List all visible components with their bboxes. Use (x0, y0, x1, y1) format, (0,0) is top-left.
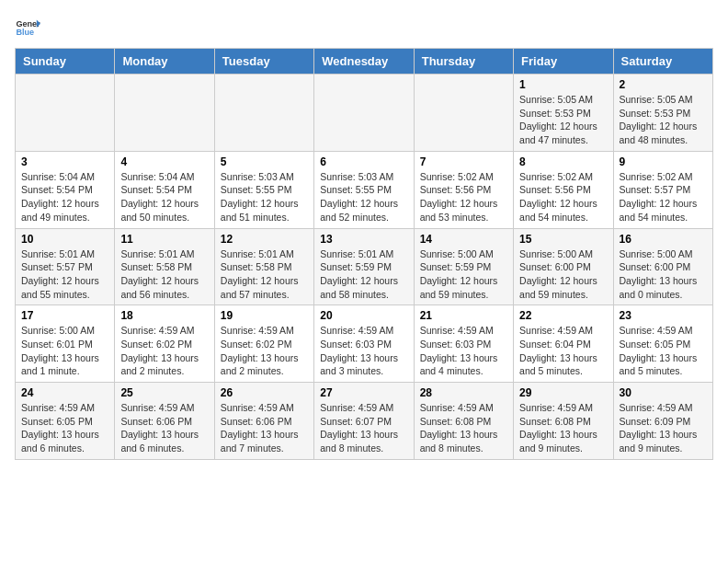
calendar-cell: 26Sunrise: 4:59 AM Sunset: 6:06 PM Dayli… (214, 383, 313, 460)
day-info: Sunrise: 4:59 AM Sunset: 6:05 PM Dayligh… (21, 401, 108, 455)
day-info: Sunrise: 5:00 AM Sunset: 5:59 PM Dayligh… (420, 247, 507, 302)
day-number: 16 (620, 233, 707, 246)
day-number: 22 (519, 309, 607, 322)
day-number: 15 (519, 233, 607, 246)
day-number: 11 (120, 233, 208, 246)
calendar-cell: 14Sunrise: 5:00 AM Sunset: 5:59 PM Dayli… (414, 228, 513, 305)
calendar-cell: 20Sunrise: 4:59 AM Sunset: 6:03 PM Dayli… (314, 305, 414, 383)
day-info: Sunrise: 5:01 AM Sunset: 5:57 PM Dayligh… (21, 247, 108, 302)
weekday-header-sunday: Sunday (16, 49, 115, 75)
calendar-cell: 15Sunrise: 5:00 AM Sunset: 6:00 PM Dayli… (514, 228, 613, 305)
day-number: 1 (519, 78, 607, 91)
day-number: 6 (320, 155, 407, 168)
day-number: 9 (620, 155, 707, 168)
day-info: Sunrise: 5:02 AM Sunset: 5:57 PM Dayligh… (620, 170, 707, 224)
calendar-week-5: 24Sunrise: 4:59 AM Sunset: 6:05 PM Dayli… (16, 383, 713, 460)
day-info: Sunrise: 5:03 AM Sunset: 5:55 PM Dayligh… (320, 170, 407, 224)
day-info: Sunrise: 5:00 AM Sunset: 6:00 PM Dayligh… (620, 247, 707, 302)
calendar-cell: 13Sunrise: 5:01 AM Sunset: 5:59 PM Dayli… (314, 228, 414, 305)
calendar-cell: 23Sunrise: 4:59 AM Sunset: 6:05 PM Dayli… (613, 305, 712, 383)
day-info: Sunrise: 4:59 AM Sunset: 6:06 PM Dayligh… (120, 401, 208, 455)
calendar-cell (214, 75, 313, 152)
day-number: 12 (221, 233, 308, 246)
weekday-header-tuesday: Tuesday (214, 49, 313, 75)
calendar-cell: 7Sunrise: 5:02 AM Sunset: 5:56 PM Daylig… (414, 151, 513, 228)
svg-text:Blue: Blue (16, 28, 34, 37)
calendar-cell (115, 75, 214, 152)
calendar-cell: 17Sunrise: 5:00 AM Sunset: 6:01 PM Dayli… (16, 305, 115, 383)
day-number: 8 (519, 155, 607, 168)
calendar-cell: 28Sunrise: 4:59 AM Sunset: 6:08 PM Dayli… (414, 383, 513, 460)
day-info: Sunrise: 4:59 AM Sunset: 6:09 PM Dayligh… (620, 401, 707, 455)
day-number: 20 (320, 309, 407, 322)
day-number: 13 (320, 233, 407, 246)
day-number: 5 (221, 155, 308, 168)
calendar-cell: 1Sunrise: 5:05 AM Sunset: 5:53 PM Daylig… (514, 75, 613, 152)
calendar-table: SundayMondayTuesdayWednesdayThursdayFrid… (15, 48, 713, 460)
day-number: 21 (420, 309, 507, 322)
day-info: Sunrise: 5:03 AM Sunset: 5:55 PM Dayligh… (221, 170, 308, 224)
day-info: Sunrise: 5:05 AM Sunset: 5:53 PM Dayligh… (620, 93, 707, 147)
day-number: 25 (120, 386, 208, 399)
day-number: 2 (620, 78, 707, 91)
logo: General Blue (15, 15, 40, 40)
day-info: Sunrise: 5:01 AM Sunset: 5:59 PM Dayligh… (320, 247, 407, 302)
calendar-cell (314, 75, 414, 152)
day-info: Sunrise: 4:59 AM Sunset: 6:04 PM Dayligh… (519, 324, 607, 378)
day-number: 17 (21, 309, 108, 322)
calendar-week-1: 1Sunrise: 5:05 AM Sunset: 5:53 PM Daylig… (16, 75, 713, 152)
day-info: Sunrise: 4:59 AM Sunset: 6:08 PM Dayligh… (519, 401, 607, 455)
calendar-cell: 9Sunrise: 5:02 AM Sunset: 5:57 PM Daylig… (613, 151, 712, 228)
calendar-cell (414, 75, 513, 152)
calendar-header-row: SundayMondayTuesdayWednesdayThursdayFrid… (16, 49, 713, 75)
day-number: 14 (420, 233, 507, 246)
calendar-cell: 18Sunrise: 4:59 AM Sunset: 6:02 PM Dayli… (115, 305, 214, 383)
day-info: Sunrise: 5:04 AM Sunset: 5:54 PM Dayligh… (21, 170, 108, 224)
day-number: 27 (320, 386, 407, 399)
day-number: 19 (221, 309, 308, 322)
calendar-cell: 16Sunrise: 5:00 AM Sunset: 6:00 PM Dayli… (613, 228, 712, 305)
page-header: General Blue (15, 15, 713, 40)
day-info: Sunrise: 4:59 AM Sunset: 6:02 PM Dayligh… (221, 324, 308, 378)
day-info: Sunrise: 4:59 AM Sunset: 6:06 PM Dayligh… (221, 401, 308, 455)
calendar-cell: 3Sunrise: 5:04 AM Sunset: 5:54 PM Daylig… (16, 151, 115, 228)
day-info: Sunrise: 5:02 AM Sunset: 5:56 PM Dayligh… (420, 170, 507, 224)
calendar-cell: 21Sunrise: 4:59 AM Sunset: 6:03 PM Dayli… (414, 305, 513, 383)
day-info: Sunrise: 4:59 AM Sunset: 6:07 PM Dayligh… (320, 401, 407, 455)
calendar-week-4: 17Sunrise: 5:00 AM Sunset: 6:01 PM Dayli… (16, 305, 713, 383)
calendar-cell: 2Sunrise: 5:05 AM Sunset: 5:53 PM Daylig… (613, 75, 712, 152)
day-number: 3 (21, 155, 108, 168)
calendar-cell: 27Sunrise: 4:59 AM Sunset: 6:07 PM Dayli… (314, 383, 414, 460)
calendar-cell: 11Sunrise: 5:01 AM Sunset: 5:58 PM Dayli… (115, 228, 214, 305)
day-info: Sunrise: 5:01 AM Sunset: 5:58 PM Dayligh… (120, 247, 208, 302)
day-number: 24 (21, 386, 108, 399)
calendar-week-3: 10Sunrise: 5:01 AM Sunset: 5:57 PM Dayli… (16, 228, 713, 305)
day-number: 28 (420, 386, 507, 399)
weekday-header-monday: Monday (115, 49, 214, 75)
day-number: 26 (221, 386, 308, 399)
calendar-cell: 25Sunrise: 4:59 AM Sunset: 6:06 PM Dayli… (115, 383, 214, 460)
calendar-cell: 24Sunrise: 4:59 AM Sunset: 6:05 PM Dayli… (16, 383, 115, 460)
day-number: 10 (21, 233, 108, 246)
weekday-header-thursday: Thursday (414, 49, 513, 75)
day-number: 23 (620, 309, 707, 322)
calendar-cell: 10Sunrise: 5:01 AM Sunset: 5:57 PM Dayli… (16, 228, 115, 305)
weekday-header-saturday: Saturday (613, 49, 712, 75)
calendar-cell: 30Sunrise: 4:59 AM Sunset: 6:09 PM Dayli… (613, 383, 712, 460)
day-number: 30 (620, 386, 707, 399)
calendar-cell: 8Sunrise: 5:02 AM Sunset: 5:56 PM Daylig… (514, 151, 613, 228)
day-info: Sunrise: 5:00 AM Sunset: 6:00 PM Dayligh… (519, 247, 607, 302)
day-info: Sunrise: 4:59 AM Sunset: 6:05 PM Dayligh… (620, 324, 707, 378)
day-info: Sunrise: 4:59 AM Sunset: 6:02 PM Dayligh… (120, 324, 208, 378)
calendar-cell: 19Sunrise: 4:59 AM Sunset: 6:02 PM Dayli… (214, 305, 313, 383)
calendar-cell: 29Sunrise: 4:59 AM Sunset: 6:08 PM Dayli… (514, 383, 613, 460)
day-number: 4 (120, 155, 208, 168)
weekday-header-friday: Friday (514, 49, 613, 75)
calendar-cell (16, 75, 115, 152)
day-info: Sunrise: 5:00 AM Sunset: 6:01 PM Dayligh… (21, 324, 108, 378)
day-info: Sunrise: 5:04 AM Sunset: 5:54 PM Dayligh… (120, 170, 208, 224)
calendar-cell: 5Sunrise: 5:03 AM Sunset: 5:55 PM Daylig… (214, 151, 313, 228)
day-info: Sunrise: 5:05 AM Sunset: 5:53 PM Dayligh… (519, 93, 607, 147)
calendar-cell: 6Sunrise: 5:03 AM Sunset: 5:55 PM Daylig… (314, 151, 414, 228)
day-info: Sunrise: 4:59 AM Sunset: 6:08 PM Dayligh… (420, 401, 507, 455)
